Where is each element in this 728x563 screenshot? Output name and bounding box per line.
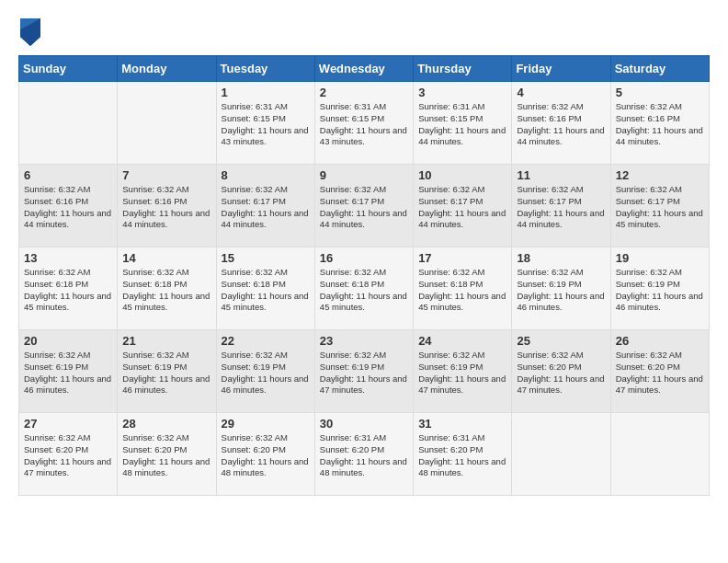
calendar-cell: 3Sunrise: 6:31 AM Sunset: 6:15 PM Daylig… [414,82,512,165]
calendar-cell: 4Sunrise: 6:32 AM Sunset: 6:16 PM Daylig… [512,82,610,165]
calendar-body: 1Sunrise: 6:31 AM Sunset: 6:15 PM Daylig… [19,82,710,496]
day-info: Sunrise: 6:32 AM Sunset: 6:16 PM Dayligh… [122,184,210,231]
day-number: 4 [517,86,605,99]
day-number: 26 [616,334,704,348]
day-number: 24 [418,334,506,348]
day-number: 9 [320,168,408,182]
weekday-header-wednesday: Wednesday [314,56,413,82]
day-info: Sunrise: 6:32 AM Sunset: 6:20 PM Dayligh… [517,350,605,396]
calendar-cell: 30Sunrise: 6:31 AM Sunset: 6:20 PM Dayli… [314,413,413,496]
day-number: 1 [222,86,310,99]
day-number: 19 [616,251,704,265]
day-info: Sunrise: 6:32 AM Sunset: 6:18 PM Dayligh… [122,267,210,314]
day-number: 8 [222,168,310,182]
weekday-header-thursday: Thursday [414,56,512,82]
day-number: 7 [122,168,210,182]
calendar-cell: 14Sunrise: 6:32 AM Sunset: 6:18 PM Dayli… [118,247,216,330]
weekday-header-row: SundayMondayTuesdayWednesdayThursdayFrid… [19,56,710,82]
calendar-cell: 22Sunrise: 6:32 AM Sunset: 6:19 PM Dayli… [216,330,314,413]
calendar-cell: 11Sunrise: 6:32 AM Sunset: 6:17 PM Dayli… [512,165,610,247]
day-info: Sunrise: 6:32 AM Sunset: 6:16 PM Dayligh… [517,101,605,148]
day-number: 18 [517,251,605,265]
day-info: Sunrise: 6:32 AM Sunset: 6:19 PM Dayligh… [517,267,605,314]
calendar-cell [118,82,216,165]
calendar-cell: 21Sunrise: 6:32 AM Sunset: 6:19 PM Dayli… [118,330,216,413]
calendar-cell: 24Sunrise: 6:32 AM Sunset: 6:19 PM Dayli… [414,330,512,413]
day-number: 11 [517,168,605,182]
weekday-header-monday: Monday [118,56,216,82]
day-info: Sunrise: 6:32 AM Sunset: 6:20 PM Dayligh… [616,350,704,396]
calendar-cell [610,413,709,496]
calendar-cell: 28Sunrise: 6:32 AM Sunset: 6:20 PM Dayli… [118,413,216,496]
day-info: Sunrise: 6:31 AM Sunset: 6:15 PM Dayligh… [222,101,310,148]
calendar-cell: 23Sunrise: 6:32 AM Sunset: 6:19 PM Dayli… [314,330,413,413]
day-info: Sunrise: 6:32 AM Sunset: 6:20 PM Dayligh… [122,432,210,479]
calendar-cell: 10Sunrise: 6:32 AM Sunset: 6:17 PM Dayli… [414,165,512,247]
day-number: 15 [222,251,310,265]
day-info: Sunrise: 6:31 AM Sunset: 6:15 PM Dayligh… [320,101,408,148]
calendar-cell: 1Sunrise: 6:31 AM Sunset: 6:15 PM Daylig… [216,82,314,165]
day-info: Sunrise: 6:32 AM Sunset: 6:19 PM Dayligh… [616,267,704,314]
calendar-table: SundayMondayTuesdayWednesdayThursdayFrid… [18,55,710,496]
day-info: Sunrise: 6:31 AM Sunset: 6:20 PM Dayligh… [418,432,506,479]
day-number: 3 [418,86,506,99]
day-info: Sunrise: 6:31 AM Sunset: 6:15 PM Dayligh… [418,101,506,148]
day-number: 13 [24,251,112,265]
weekday-header-friday: Friday [512,56,610,82]
day-number: 20 [24,334,112,348]
day-number: 29 [222,417,310,431]
calendar-cell: 9Sunrise: 6:32 AM Sunset: 6:17 PM Daylig… [314,165,413,247]
day-number: 5 [616,86,704,99]
calendar-cell: 20Sunrise: 6:32 AM Sunset: 6:19 PM Dayli… [19,330,118,413]
calendar-cell: 2Sunrise: 6:31 AM Sunset: 6:15 PM Daylig… [314,82,413,165]
calendar-week-row: 6Sunrise: 6:32 AM Sunset: 6:16 PM Daylig… [19,165,710,247]
day-number: 27 [24,417,112,431]
calendar-cell: 27Sunrise: 6:32 AM Sunset: 6:20 PM Dayli… [19,413,118,496]
calendar-cell: 18Sunrise: 6:32 AM Sunset: 6:19 PM Dayli… [512,247,610,330]
calendar-cell: 31Sunrise: 6:31 AM Sunset: 6:20 PM Dayli… [414,413,512,496]
day-number: 14 [122,251,210,265]
day-info: Sunrise: 6:32 AM Sunset: 6:18 PM Dayligh… [24,267,112,314]
day-number: 10 [418,168,506,182]
day-info: Sunrise: 6:32 AM Sunset: 6:17 PM Dayligh… [222,184,310,231]
calendar-header: SundayMondayTuesdayWednesdayThursdayFrid… [19,56,710,82]
day-info: Sunrise: 6:32 AM Sunset: 6:17 PM Dayligh… [517,184,605,231]
calendar-week-row: 13Sunrise: 6:32 AM Sunset: 6:18 PM Dayli… [19,247,710,330]
day-info: Sunrise: 6:32 AM Sunset: 6:16 PM Dayligh… [616,101,704,148]
day-number: 30 [320,417,408,431]
weekday-header-saturday: Saturday [610,56,709,82]
day-info: Sunrise: 6:31 AM Sunset: 6:20 PM Dayligh… [320,432,408,479]
logo [18,18,40,46]
calendar-cell: 12Sunrise: 6:32 AM Sunset: 6:17 PM Dayli… [610,165,709,247]
day-info: Sunrise: 6:32 AM Sunset: 6:17 PM Dayligh… [616,184,704,231]
day-info: Sunrise: 6:32 AM Sunset: 6:19 PM Dayligh… [320,350,408,396]
day-info: Sunrise: 6:32 AM Sunset: 6:19 PM Dayligh… [122,350,210,396]
day-number: 16 [320,251,408,265]
page-header [18,18,710,46]
day-info: Sunrise: 6:32 AM Sunset: 6:16 PM Dayligh… [24,184,112,231]
calendar-cell: 6Sunrise: 6:32 AM Sunset: 6:16 PM Daylig… [19,165,118,247]
day-info: Sunrise: 6:32 AM Sunset: 6:19 PM Dayligh… [418,350,506,396]
day-info: Sunrise: 6:32 AM Sunset: 6:18 PM Dayligh… [320,267,408,314]
day-info: Sunrise: 6:32 AM Sunset: 6:20 PM Dayligh… [24,432,112,479]
calendar-cell: 26Sunrise: 6:32 AM Sunset: 6:20 PM Dayli… [610,330,709,413]
day-number: 21 [122,334,210,348]
day-info: Sunrise: 6:32 AM Sunset: 6:19 PM Dayligh… [222,350,310,396]
day-number: 23 [320,334,408,348]
day-info: Sunrise: 6:32 AM Sunset: 6:19 PM Dayligh… [24,350,112,396]
calendar-cell: 16Sunrise: 6:32 AM Sunset: 6:18 PM Dayli… [314,247,413,330]
day-number: 28 [122,417,210,431]
calendar-week-row: 27Sunrise: 6:32 AM Sunset: 6:20 PM Dayli… [19,413,710,496]
calendar-cell [19,82,118,165]
calendar-cell: 29Sunrise: 6:32 AM Sunset: 6:20 PM Dayli… [216,413,314,496]
calendar-cell: 7Sunrise: 6:32 AM Sunset: 6:16 PM Daylig… [118,165,216,247]
weekday-header-tuesday: Tuesday [216,56,314,82]
day-number: 12 [616,168,704,182]
weekday-header-sunday: Sunday [19,56,118,82]
day-number: 6 [24,168,112,182]
calendar-cell [512,413,610,496]
day-number: 17 [418,251,506,265]
calendar-cell: 15Sunrise: 6:32 AM Sunset: 6:18 PM Dayli… [216,247,314,330]
day-number: 22 [222,334,310,348]
day-number: 25 [517,334,605,348]
